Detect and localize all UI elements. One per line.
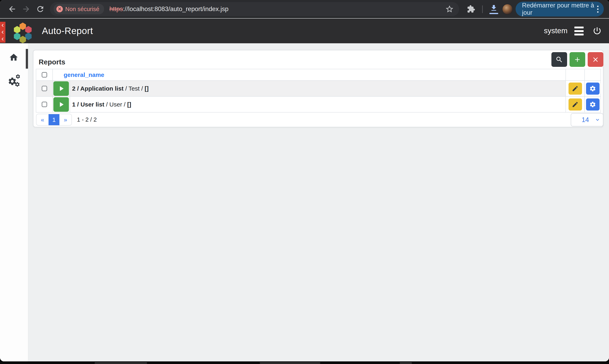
reload-icon[interactable] xyxy=(36,5,45,13)
page-size-value: 14 xyxy=(582,116,589,124)
background-window-fragment xyxy=(95,362,147,364)
download-active-indicator xyxy=(489,13,498,14)
app-logo xyxy=(14,23,32,43)
search-button[interactable] xyxy=(551,52,567,67)
power-logout-icon[interactable] xyxy=(593,26,602,35)
configure-report-button[interactable] xyxy=(586,83,599,95)
collapse-strip[interactable] xyxy=(0,22,5,43)
background-window-fragment xyxy=(400,362,412,364)
page-prev-button[interactable]: « xyxy=(37,114,49,125)
select-all-cell xyxy=(36,69,53,81)
column-header-edit xyxy=(566,69,585,81)
forward-icon xyxy=(22,5,31,13)
app-header: Auto-Report system xyxy=(0,19,609,43)
logo-hexagon xyxy=(14,26,20,33)
page-next-button[interactable]: » xyxy=(59,114,71,125)
background-window-fragment xyxy=(260,362,320,364)
not-secure-icon: ✕ xyxy=(56,6,63,12)
browser-window: ✕ Non sécurisé https://localhost:8083/au… xyxy=(0,0,609,361)
report-name-params: [] xyxy=(145,85,149,92)
pagination: « 1 » xyxy=(36,114,72,126)
reports-panel: Reports general_name xyxy=(33,50,603,127)
plus-icon xyxy=(574,56,581,64)
column-header-settings xyxy=(585,69,601,81)
report-name-detail: / Test / xyxy=(124,85,145,92)
home-icon xyxy=(9,52,19,62)
desktop-edge xyxy=(0,361,609,364)
chevron-down-icon xyxy=(595,117,601,123)
username-label[interactable]: system xyxy=(544,26,568,35)
logo-hexagon xyxy=(25,33,32,40)
main-area: Reports general_name xyxy=(0,43,609,361)
close-icon xyxy=(592,56,599,64)
row-edit-cell xyxy=(566,81,585,97)
edit-report-button[interactable] xyxy=(569,98,582,111)
url-bar[interactable]: ✕ Non sécurisé https://localhost:8083/au… xyxy=(50,2,459,16)
chevron-left-icon xyxy=(0,29,6,35)
security-badge[interactable]: ✕ Non sécurisé xyxy=(53,4,104,14)
profile-avatar[interactable] xyxy=(502,4,513,14)
page-title: Reports xyxy=(39,58,65,66)
gear-icon xyxy=(15,74,21,79)
sidebar-scrollbar-thumb[interactable] xyxy=(26,49,28,69)
gear-icon xyxy=(589,101,596,108)
pagination-summary: 1 - 2 / 2 xyxy=(77,116,97,123)
page-current-button[interactable]: 1 xyxy=(49,114,59,125)
sidebar-item-home[interactable] xyxy=(9,52,19,62)
reports-table: general_name 2 / Application list / Test… xyxy=(36,69,601,113)
sidebar-item-settings[interactable] xyxy=(8,74,22,88)
logo-hexagon xyxy=(20,23,26,30)
row-settings-cell xyxy=(585,81,601,97)
browser-toolbar: ✕ Non sécurisé https://localhost:8083/au… xyxy=(0,0,609,18)
report-name-cell: 1 / User list / User / [] xyxy=(70,97,566,113)
report-name-main: 2 / Application list xyxy=(72,85,124,92)
restart-to-update-label: Redémarrer pour mettre à jour xyxy=(522,2,597,16)
page-size-select[interactable]: 14 xyxy=(571,113,603,126)
bookmark-star-icon[interactable] xyxy=(445,5,454,13)
run-report-button[interactable] xyxy=(53,97,69,112)
play-icon xyxy=(57,101,65,108)
sidebar xyxy=(0,43,28,361)
logo-hexagon xyxy=(20,36,26,43)
pencil-icon xyxy=(572,101,579,108)
url-text: https://localhost:8083/auto_report/index… xyxy=(109,5,228,13)
toolbar-divider xyxy=(482,5,483,13)
run-report-button[interactable] xyxy=(53,81,69,96)
chevron-left-icon xyxy=(0,36,6,42)
add-report-button[interactable] xyxy=(569,52,585,67)
row-checkbox[interactable] xyxy=(42,102,47,107)
chevron-left-icon xyxy=(0,22,6,28)
play-icon xyxy=(57,85,65,93)
logo-hexagon xyxy=(14,33,20,40)
report-name-params: [] xyxy=(127,101,131,108)
row-select-cell xyxy=(36,97,53,113)
report-name-main: 1 / User list xyxy=(72,101,104,108)
pencil-icon xyxy=(572,85,579,92)
row-run-cell xyxy=(53,81,70,97)
row-checkbox[interactable] xyxy=(42,86,47,91)
search-icon xyxy=(556,56,563,64)
gear-icon xyxy=(14,81,20,87)
hamburger-menu-icon[interactable] xyxy=(574,26,584,35)
edit-report-button[interactable] xyxy=(569,83,582,95)
report-name-detail: / User / xyxy=(104,101,127,108)
gear-icon xyxy=(589,85,596,92)
row-run-cell xyxy=(53,97,70,113)
column-header-general-name[interactable]: general_name xyxy=(53,69,566,81)
security-badge-label: Non sécurisé xyxy=(65,6,99,13)
restart-to-update-button[interactable]: Redémarrer pour mettre à jour xyxy=(516,2,604,16)
select-all-checkbox[interactable] xyxy=(42,72,47,78)
app-title: Auto-Report xyxy=(42,25,93,36)
delete-button[interactable] xyxy=(588,52,603,67)
configure-report-button[interactable] xyxy=(586,98,599,111)
report-name-cell: 2 / Application list / Test / [] xyxy=(70,81,566,97)
row-settings-cell xyxy=(585,97,601,113)
url-scheme: https xyxy=(109,5,123,13)
extensions-icon[interactable] xyxy=(467,5,475,13)
url-rest: ://localhost:8083/auto_report/index.jsp xyxy=(123,5,228,13)
row-select-cell xyxy=(36,81,53,97)
downloads-icon[interactable] xyxy=(489,4,498,12)
back-icon[interactable] xyxy=(8,5,16,13)
logo-hexagon xyxy=(25,26,32,33)
browser-menu-icon[interactable] xyxy=(597,6,598,13)
